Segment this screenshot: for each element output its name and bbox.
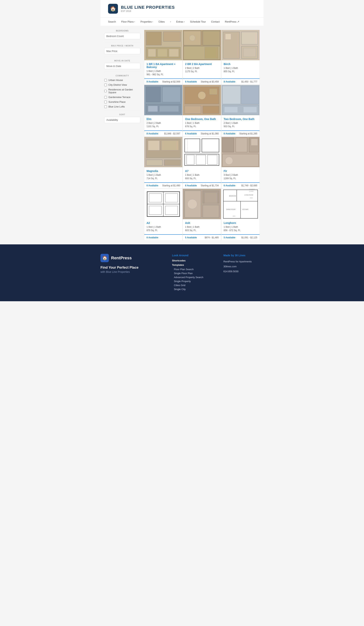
community-item-gardenview[interactable]: Gardenview Terrace (104, 96, 140, 99)
card-price: Starting at $3,458 (201, 80, 219, 83)
footer-link-floor-plan-search[interactable]: Floor Plan Search (172, 268, 212, 271)
community-checkbox-blue-line[interactable] (104, 105, 107, 108)
card-image[interactable] (221, 137, 260, 167)
card-available[interactable]: 6 Available (224, 184, 236, 187)
max-price-select[interactable]: Max Price $1,500 $2,000 $3,000 (104, 48, 140, 54)
footer-link-single-floor-plan[interactable]: Single Floor Plan (172, 272, 212, 275)
card-available[interactable]: 6 Available (147, 184, 158, 187)
svg-point-11 (190, 35, 195, 41)
main-layout: BEDROOMS Bedroom Count 1 Bedroom 2 Bedro… (100, 26, 264, 244)
nav-properties[interactable]: Properties ▾ (140, 20, 153, 23)
card-title[interactable]: 1 BR 1 BA Apartment + Balcony (147, 63, 180, 69)
card-available[interactable]: 8 Available (224, 80, 236, 83)
card-available[interactable]: 6 Available (185, 132, 197, 135)
nav-extras[interactable]: Extras ▾ (176, 20, 185, 23)
community-label-gardenview: Gardenview Terrace (108, 96, 130, 99)
community-item-urban-house[interactable]: Urban House (104, 79, 140, 81)
card-title[interactable]: A2 (147, 221, 180, 225)
nav-schedule[interactable]: Schedule Tour (190, 20, 206, 23)
community-item-blue-line[interactable]: Blue Line Lofts (104, 105, 140, 108)
footer-logo-box: 🏠 (100, 254, 109, 262)
card-footer: 8 Available $1,846 - $2,597 (144, 130, 182, 136)
card-body: A7 1 Bed | 1 Bath 693 Sq. Ft. (183, 167, 221, 182)
community-item-garden-square[interactable]: Residences at Garden Square (104, 88, 140, 94)
svg-text:BATH: BATH (233, 216, 235, 217)
card-title[interactable]: Fir (224, 169, 257, 172)
svg-rect-54 (222, 138, 234, 152)
card-image[interactable] (183, 189, 221, 219)
card-price: Starting at $1,285 (239, 132, 257, 135)
card-image[interactable] (221, 30, 260, 60)
community-checkbox-city-district[interactable] (104, 84, 107, 86)
card-available[interactable]: 6 Available (224, 132, 236, 135)
card-body: A2 1 Bed | 1 Bath 870 Sq. Ft. (144, 219, 182, 234)
footer-link-single-city[interactable]: Single City (172, 288, 212, 291)
card-beds-baths: 1 Bed | 1 Bath (224, 66, 257, 70)
divider-3 (104, 72, 140, 72)
svg-rect-39 (146, 160, 162, 165)
card-available[interactable]: 9 Available (147, 80, 158, 83)
card-title[interactable]: Longhorn (224, 221, 257, 225)
card-image[interactable] (144, 137, 182, 167)
community-label-garden-square: Residences at Garden Square (108, 88, 140, 94)
card-image[interactable] (144, 189, 182, 219)
community-checkbox-urban-house[interactable] (104, 79, 107, 81)
card-available[interactable]: 5 Available (224, 236, 236, 239)
card-title[interactable]: Magnolia (147, 169, 180, 172)
card-beds-baths: 2 Bed | 2 Bath (147, 121, 180, 125)
community-checkbox-sunshine[interactable] (104, 101, 107, 103)
card-image[interactable] (183, 137, 221, 167)
sort-select[interactable]: Availability Price Square Footage (104, 117, 140, 123)
card-image[interactable]: BEDROOM LIVING ROOM DINING ROOM KITCHEN … (221, 189, 260, 219)
card-title[interactable]: Elm (147, 117, 180, 120)
card-title[interactable]: A7 (185, 169, 219, 172)
footer-link-single-property[interactable]: Single Property (172, 280, 212, 283)
card-title[interactable]: Ash (185, 221, 219, 225)
footer-link-cities-grid[interactable]: Cities Grid (172, 284, 212, 287)
footer-shortcodes[interactable]: Shortcodes (172, 259, 212, 262)
movein-select[interactable]: Move-In Date (104, 63, 140, 69)
card-title[interactable]: Two Bedroom, One Bath (224, 117, 257, 120)
card-available[interactable]: 9 Available (185, 80, 197, 83)
nav-search[interactable]: Search (108, 20, 116, 23)
card-image[interactable] (144, 30, 182, 60)
card-body: Two Bedroom, One Bath 2 Bed | 1 Bath 933… (221, 115, 260, 130)
card-available[interactable]: 5 Available (185, 236, 197, 239)
card-available[interactable]: 6 Available (147, 236, 158, 239)
header: 🏠 BLUE LINE PROPERTIES EST 2018 (100, 0, 264, 18)
footer-link-advanced-search[interactable]: Advanced Property Search (172, 276, 212, 279)
card-title[interactable]: Birch (224, 63, 257, 66)
brand-text: BLUE LINE PROPERTIES EST 2018 (121, 5, 175, 12)
card-image[interactable] (221, 85, 260, 115)
nav-contact[interactable]: Contact (211, 20, 220, 23)
card-image[interactable] (183, 85, 221, 115)
card-image[interactable] (183, 30, 221, 60)
card-title[interactable]: 2 BR 2 BA Apartment (185, 63, 219, 66)
nav-rentpress[interactable]: RentPress ↗ (225, 20, 239, 23)
svg-rect-4 (148, 49, 156, 57)
nav-cities[interactable]: Cities (159, 20, 165, 23)
community-checkbox-gardenview[interactable] (104, 96, 107, 99)
card-footer: 6 Available Starting at $1,734 (183, 182, 221, 189)
card-sqft: 656 - 672 Sq. Ft. (224, 229, 257, 232)
card-title[interactable]: One Bedroom, One Bath (185, 117, 219, 120)
community-label-urban-house: Urban House (108, 79, 123, 81)
bedrooms-select[interactable]: Bedroom Count 1 Bedroom 2 Bedrooms 3 Bed… (104, 33, 140, 39)
footer-contact-line-2[interactable]: 30lines.com (224, 264, 264, 269)
svg-rect-20 (146, 87, 161, 102)
card-image[interactable] (144, 85, 182, 115)
footer-look-around-title: Look Around (172, 254, 212, 257)
footer-brand: 🏠 RentPress Find Your Perfect Place with… (100, 254, 161, 273)
card-beds-baths: 1 Bed | 1 Bath (147, 69, 180, 73)
card-available[interactable]: 6 Available (185, 184, 197, 187)
community-item-city-district[interactable]: City District View (104, 83, 140, 86)
card-available[interactable]: 8 Available (147, 132, 158, 135)
community-checkbox-garden-square[interactable] (104, 90, 107, 92)
footer: 🏠 RentPress Find Your Perfect Place with… (0, 244, 364, 301)
card-body: Birch 1 Bed | 1 Bath 855 Sq. Ft. (221, 60, 260, 78)
property-card: Fir 3 Bed | 2 Bath 1289 Sq. Ft. 6 Availa… (221, 137, 260, 189)
nav-floor-plans[interactable]: Floor Plans ▾ (121, 20, 135, 23)
footer-contact-line-3: 614.859.5030 (224, 269, 264, 274)
footer-templates[interactable]: Templates (172, 264, 212, 266)
community-item-sunshine[interactable]: Sunshine Place (104, 100, 140, 103)
